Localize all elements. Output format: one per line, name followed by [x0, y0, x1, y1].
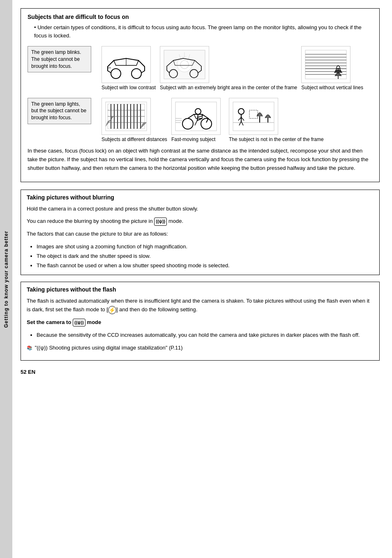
img-bright-center [160, 46, 209, 83]
section3-bullet-1: Because the sensitivity of the CCD incre… [37, 331, 374, 340]
diagram-diff-distances: Subjects at different distances [101, 98, 171, 143]
offcenter-svg [231, 100, 276, 133]
img-no-vertical [301, 46, 350, 83]
section2-title: Taking pictures without blurring [27, 194, 374, 201]
diagram-fast-moving: Fast-moving subject [171, 98, 229, 143]
section-no-flash: Taking pictures without the flash The fl… [21, 282, 380, 361]
diagram-no-vertical: Subject without vertical lines [301, 46, 367, 91]
callout-cell-2: The green lamp lights, but the subject c… [28, 98, 101, 124]
img-not-center [229, 98, 278, 135]
diagrams-row-2: The green lamp lights, but the subject c… [28, 98, 373, 143]
section3-bullets: Because the sensitivity of the CCD incre… [37, 331, 374, 340]
svg-point-1 [131, 69, 141, 79]
bullet-item-1: Images are shot using a zooming function… [37, 243, 374, 251]
caption-fast-moving: Fast-moving subject [171, 137, 215, 143]
page-number: 52 EN [21, 369, 380, 375]
bullet-item-2: The object is dark and the shutter speed… [37, 252, 374, 261]
callout-box-2: The green lamp lights, but the subject c… [28, 98, 91, 124]
caption-not-center: The subject is not in the center of the … [229, 137, 324, 143]
mode-icon-2: ((ψ)) [73, 319, 85, 327]
section3-paragraph: The flash is activated automatically whe… [27, 297, 374, 314]
diagram-bright-center: Subject with an extremely bright area in… [160, 46, 301, 91]
section2-bullets: Images are shot using a zooming function… [37, 243, 374, 270]
callout1-text: The green lamp blinks.The subject cannot… [31, 49, 81, 69]
svg-point-6 [180, 60, 189, 69]
car-svg [104, 48, 149, 81]
caption-no-vertical: Subject without vertical lines [301, 85, 363, 91]
section1-intro: Under certain types of conditions, it is… [34, 23, 373, 39]
img-fast-moving [171, 98, 221, 135]
diagram-low-contrast: Subject with low contrast [101, 46, 160, 91]
bullet-item-3: The flash cannot be used or when a low s… [37, 262, 374, 270]
svg-point-0 [111, 69, 121, 79]
section3-title: Taking pictures without the flash [27, 286, 374, 293]
callout2-text: The green lamp lights, but the subject c… [31, 101, 86, 121]
section1-body: In these cases, focus (focus lock) on an… [28, 147, 373, 172]
diagram-not-center: The subject is not in the center of the … [229, 98, 328, 143]
distances-svg [104, 100, 149, 133]
img-low-contrast [101, 46, 151, 83]
section-no-blur: Taking pictures without blurring Hold th… [21, 190, 380, 276]
sidebar-label: Getting to know your camera better [0, 0, 12, 558]
bright-svg [162, 48, 207, 81]
section3-subheading: Set the camera to ((ψ)) mode [27, 318, 374, 327]
caption-low-contrast: Subject with low contrast [101, 85, 156, 91]
callout-box-1: The green lamp blinks.The subject cannot… [28, 46, 91, 72]
flash-symbol: ⚡ [108, 306, 116, 314]
caption-diff-distances: Subjects at different distances [101, 137, 167, 143]
section-difficult-focus: Subjects that are difficult to focus on … [21, 8, 380, 182]
mode-icon-1: ((ψ)) [154, 218, 167, 226]
svg-rect-36 [175, 102, 217, 131]
moto-svg [173, 100, 219, 133]
section1-title: Subjects that are difficult to focus on [28, 14, 373, 20]
caption-bright-center: Subject with an extremely bright area in… [160, 85, 297, 91]
diagrams-row-1: The green lamp blinks.The subject cannot… [28, 46, 373, 91]
section3-ref: 📚 "((ψ)) Shooting pictures using digital… [27, 344, 374, 352]
callout-cell-1: The green lamp blinks.The subject cannot… [28, 46, 101, 72]
section2-line3: The factors that can cause the picture t… [27, 230, 374, 238]
img-diff-distances [101, 98, 151, 135]
section2-line1: Hold the camera in a correct posture and… [27, 205, 374, 213]
section2-line2: You can reduce the blurring by shooting … [27, 217, 374, 226]
lines-svg [303, 48, 348, 81]
ref-icon: 📚 [27, 345, 32, 352]
